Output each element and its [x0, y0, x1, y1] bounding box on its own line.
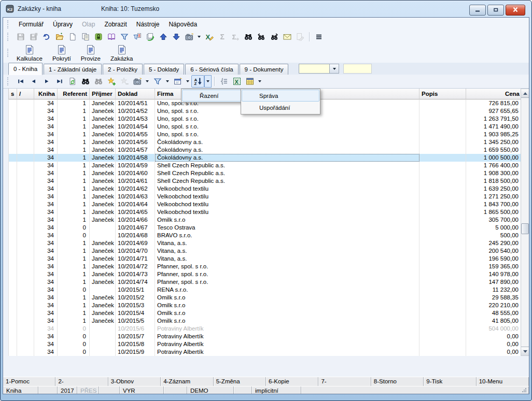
- table-row[interactable]: 341Janeček10/2015/3Omilk s.r.o220 210,00: [9, 302, 522, 309]
- table-columns-dropdown-button[interactable]: [256, 75, 263, 88]
- scroll-up-button[interactable]: [521, 89, 529, 98]
- excel-pencil-button[interactable]: X: [203, 31, 216, 43]
- tab-6-sériová-čísla[interactable]: 6 - Sériová čísla: [185, 64, 238, 75]
- sort-az-dropdown-button[interactable]: [204, 75, 212, 88]
- record-combo[interactable]: [299, 64, 339, 74]
- list-select-button[interactable]: [217, 75, 230, 88]
- column-header-cena[interactable]: Cena: [466, 89, 522, 99]
- fnkey-8-storno[interactable]: 8-Storno: [371, 377, 424, 386]
- table-row[interactable]: 341Janeček10/2014/57Čokoládovny a.s.1 65…: [9, 146, 522, 154]
- table-row[interactable]: 341Janeček10/2014/74Pfanner, spol. s r.o…: [9, 278, 522, 286]
- add-record-button[interactable]: [105, 75, 118, 88]
- excel-grid-button[interactable]: X: [230, 75, 243, 88]
- table-row[interactable]: 341Janeček10/2014/66Omilk s.r.o305 700,0…: [9, 216, 522, 224]
- first-record-button[interactable]: [14, 75, 27, 88]
- book-button[interactable]: [105, 31, 118, 43]
- menu-nástroje[interactable]: Nástroje: [132, 19, 164, 30]
- table-row[interactable]: 341Janeček10/2014/55Uno, spol. s r.o.1 9…: [9, 131, 522, 138]
- table-row[interactable]: 341Janeček10/2015/4Omilk s.r.o48 555,00: [9, 309, 522, 317]
- find-button[interactable]: [79, 75, 92, 88]
- menu-úpravy[interactable]: Úpravy: [48, 19, 77, 30]
- scroll-down-button[interactable]: [521, 347, 529, 355]
- record-field[interactable]: [343, 64, 372, 74]
- column-header-kniha[interactable]: Kniha: [34, 89, 58, 99]
- table-row[interactable]: 341Janeček10/2014/72Pfanner, spol. s r.o…: [9, 263, 522, 270]
- action-zakázka-button[interactable]: Zakázka: [108, 44, 135, 63]
- tab-5-doklady[interactable]: 5 - Doklady: [144, 64, 184, 75]
- sort-az-button[interactable]: AZ: [191, 75, 204, 88]
- table-row[interactable]: 341Janeček10/2014/59Shell Czech Republic…: [9, 162, 522, 169]
- table-row[interactable]: 341Janeček10/2014/62Velkoobchod textilu1…: [9, 185, 522, 193]
- column-header-s[interactable]: s: [9, 89, 17, 99]
- down-button[interactable]: [170, 31, 183, 43]
- open-button[interactable]: [53, 31, 66, 43]
- fnkey-2[interactable]: 2-: [55, 377, 108, 386]
- table-row[interactable]: 34010/2015/7Potraviny Albertík0,00: [9, 333, 522, 340]
- camera-dropdown-button[interactable]: [195, 31, 203, 43]
- filter-doc-button[interactable]: [131, 31, 144, 43]
- fnkey-4-záznam[interactable]: 4-Záznam: [161, 377, 213, 386]
- column-header-referent[interactable]: Referent: [58, 89, 90, 99]
- prev-record-button[interactable]: [27, 75, 40, 88]
- action-provize-button[interactable]: Provize: [78, 44, 103, 63]
- table-row[interactable]: 34010/2015/8Potraviny Albertík0,00: [9, 340, 522, 348]
- table-columns-button[interactable]: [243, 75, 256, 88]
- fnkey-1-pomoc[interactable]: 1-Pomoc: [3, 377, 55, 386]
- column-header-popis[interactable]: Popis: [419, 89, 466, 99]
- restore-button[interactable]: [487, 5, 504, 16]
- table-row[interactable]: 341Janeček10/2014/71Vitana, a.s.196 590,…: [9, 255, 522, 263]
- next-record-button[interactable]: [40, 75, 53, 88]
- fnkey-5-změna[interactable]: 5-Změna: [214, 377, 266, 386]
- tab-9-dokumenty[interactable]: 9 - Dokumenty: [240, 64, 289, 75]
- menu-nápověda[interactable]: Nápověda: [164, 19, 202, 30]
- resize-grip-icon[interactable]: [522, 386, 527, 394]
- menuitem-řazení[interactable]: Řazení: [182, 90, 241, 102]
- column-header-slash[interactable]: /: [17, 89, 34, 99]
- close-button[interactable]: [506, 5, 525, 16]
- table-row[interactable]: 341Janeček10/2014/54Uno, spol. s r.o.1 4…: [9, 123, 522, 131]
- filter-dropdown-button[interactable]: [164, 75, 171, 88]
- table-row[interactable]: 341Janeček10/2015/2Omilk s.r.o29 588,35: [9, 294, 522, 302]
- menu-lines-button[interactable]: [312, 31, 325, 43]
- fnkey-10-menu[interactable]: 10-Menu: [477, 377, 529, 386]
- tab-1-základní-údaje[interactable]: 1 - Základní údaje: [44, 64, 102, 75]
- find-button[interactable]: [242, 31, 255, 43]
- table-row[interactable]: 34010/2014/68BRAVO s.r.o.500,00: [9, 232, 522, 239]
- lock-button[interactable]: [92, 31, 105, 43]
- form-window-button[interactable]: [171, 75, 184, 88]
- fnkey-9-tisk[interactable]: 9-Tisk: [424, 377, 476, 386]
- camera-dropdown-button[interactable]: [144, 75, 151, 88]
- menuitem-uspořádání[interactable]: Uspořádání: [242, 102, 319, 113]
- fnkey-3-obnov[interactable]: 3-Obnov: [108, 377, 161, 386]
- filter-button[interactable]: [118, 31, 131, 43]
- camera-button[interactable]: [183, 31, 195, 43]
- menu-formulář[interactable]: Formulář: [14, 19, 48, 30]
- send-button[interactable]: [144, 31, 157, 43]
- vertical-scrollbar[interactable]: [521, 89, 529, 356]
- table-row[interactable]: 341Janeček10/2014/70Vitana, a.s.200 540,…: [9, 247, 522, 255]
- copy-button[interactable]: [79, 31, 92, 43]
- table-row[interactable]: 34010/2014/67Tesco Ostrava5 000,00: [9, 224, 522, 232]
- tab-2-položky[interactable]: 2 - Položky: [103, 64, 143, 75]
- up-button[interactable]: [157, 31, 170, 43]
- action-pokrytí-button[interactable]: Pokrytí: [50, 44, 74, 63]
- table-row[interactable]: 341Janeček10/2014/58Čokoládovny a.s.1 00…: [9, 154, 522, 162]
- column-header-doklad[interactable]: Doklad: [116, 89, 155, 99]
- scroll-thumb[interactable]: [521, 223, 529, 234]
- camera-button[interactable]: [131, 75, 144, 88]
- fnkey-7[interactable]: 7-: [318, 377, 371, 386]
- table-row[interactable]: 341Janeček10/2014/69Vitana, a.s.245 290,…: [9, 239, 522, 247]
- last-record-button[interactable]: [53, 75, 66, 88]
- action-kalkulace-button[interactable]: Kalkulace: [14, 44, 45, 63]
- table-row[interactable]: 341Janeček10/2014/64Velkoobchod textilu1…: [9, 200, 522, 208]
- table-row[interactable]: 341Janeček10/2014/60Shell Czech Republic…: [9, 169, 522, 177]
- find-prev-button[interactable]: [255, 31, 268, 43]
- form-window-dropdown-button[interactable]: [184, 75, 191, 88]
- table-row[interactable]: 341Janeček10/2014/65Velkoobchod textilu1…: [9, 208, 522, 216]
- filter-button[interactable]: [151, 75, 164, 88]
- fnkey-6-kopie[interactable]: 6-Kopie: [266, 377, 318, 386]
- table-row[interactable]: 341Janeček10/2014/73Pfanner, spol. s r.o…: [9, 270, 522, 278]
- tab-0-kniha[interactable]: 0 - Kniha: [8, 63, 43, 75]
- menu-zobrazit[interactable]: Zobrazit: [100, 19, 131, 30]
- minimize-button[interactable]: [469, 5, 486, 16]
